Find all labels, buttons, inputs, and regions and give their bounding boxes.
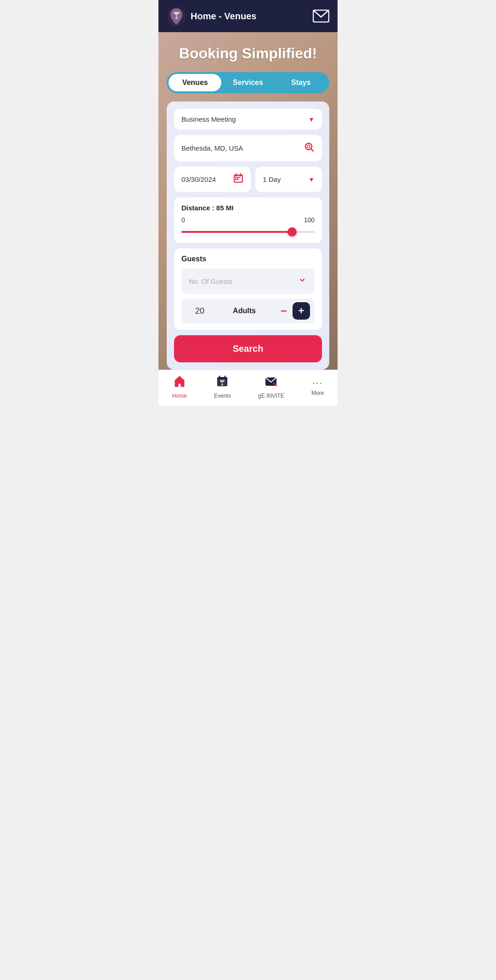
svg-rect-11: [237, 177, 238, 178]
guests-count: 20: [186, 306, 214, 316]
nav-home-label: Home: [172, 393, 187, 399]
distance-max: 100: [304, 216, 315, 224]
event-type-chevron-icon: ▼: [308, 116, 315, 123]
guests-label: Guests: [181, 255, 315, 263]
guests-count-dropdown[interactable]: No. Of Guests: [181, 269, 315, 294]
distance-label: Distance : 85 MI: [181, 204, 315, 212]
app-header: 🍸 Home - Venues: [158, 0, 338, 32]
date-value: 03/30/2024: [181, 175, 216, 183]
svg-text:🍸: 🍸: [173, 11, 181, 19]
guests-plus-button[interactable]: +: [293, 302, 310, 320]
hero-section: Booking Simplified! Venues Services Stay…: [158, 32, 338, 370]
distance-slider[interactable]: [181, 227, 315, 237]
app-logo: 🍸: [167, 6, 186, 26]
mail-icon[interactable]: [313, 10, 329, 23]
duration-chevron-icon: ▼: [308, 176, 315, 183]
date-picker[interactable]: 03/30/2024: [174, 167, 251, 192]
svg-line-5: [311, 149, 313, 151]
invite-icon: [265, 375, 277, 391]
nav-events[interactable]: 🍸 Events: [214, 375, 231, 399]
distance-section: Distance : 85 MI 0 100: [174, 197, 322, 243]
nav-more-label: More: [311, 390, 324, 396]
svg-point-15: [298, 276, 307, 285]
slider-track: [181, 231, 315, 233]
slider-thumb[interactable]: [287, 227, 297, 237]
home-icon: [173, 375, 186, 391]
hero-title: Booking Simplified!: [167, 45, 329, 62]
header-left: 🍸 Home - Venues: [167, 6, 256, 26]
location-field[interactable]: Bethesda, MD, USA: [174, 135, 322, 161]
tab-venues[interactable]: Venues: [169, 74, 221, 91]
event-type-value: Business Meeting: [181, 115, 236, 123]
slider-fill: [181, 231, 292, 233]
tab-selector: Venues Services Stays: [167, 72, 329, 93]
tab-stays[interactable]: Stays: [275, 74, 327, 91]
nav-invite[interactable]: gE INVITE: [258, 375, 284, 399]
svg-rect-10: [235, 177, 237, 178]
nav-invite-label: gE INVITE: [258, 393, 284, 399]
calendar-icon: [233, 173, 243, 186]
location-value: Bethesda, MD, USA: [181, 144, 243, 152]
tab-services[interactable]: Services: [221, 74, 274, 91]
nav-more[interactable]: ··· More: [311, 377, 324, 396]
search-button[interactable]: Search: [174, 335, 322, 362]
svg-point-4: [307, 145, 310, 148]
guests-dropdown-placeholder: No. Of Guests: [189, 277, 232, 285]
bottom-nav: Home 🍸 Events: [158, 370, 338, 406]
header-title: Home - Venues: [191, 11, 256, 22]
nav-home[interactable]: Home: [172, 375, 187, 399]
svg-text:🍸: 🍸: [219, 379, 225, 386]
nav-events-label: Events: [214, 393, 231, 399]
guests-section: Guests No. Of Guests 20 Adults − +: [174, 248, 322, 330]
svg-rect-12: [239, 177, 240, 178]
location-search-icon: [304, 141, 315, 155]
duration-value: 1 Day: [263, 175, 281, 183]
search-card: Business Meeting ▼ Bethesda, MD, USA 03/…: [167, 101, 329, 370]
guests-counter-row: 20 Adults − +: [181, 299, 315, 323]
svg-rect-13: [235, 179, 237, 180]
more-icon: ···: [312, 377, 323, 388]
guests-type: Adults: [214, 307, 275, 315]
guests-dropdown-icon: [297, 275, 307, 287]
date-duration-row: 03/30/2024: [174, 167, 322, 192]
distance-range: 0 100: [181, 216, 315, 224]
duration-dropdown[interactable]: 1 Day ▼: [255, 167, 322, 192]
event-type-dropdown[interactable]: Business Meeting ▼: [174, 109, 322, 130]
guests-minus-button[interactable]: −: [275, 302, 293, 320]
svg-rect-14: [237, 179, 238, 180]
distance-min: 0: [181, 216, 185, 224]
events-icon: 🍸: [216, 375, 229, 391]
